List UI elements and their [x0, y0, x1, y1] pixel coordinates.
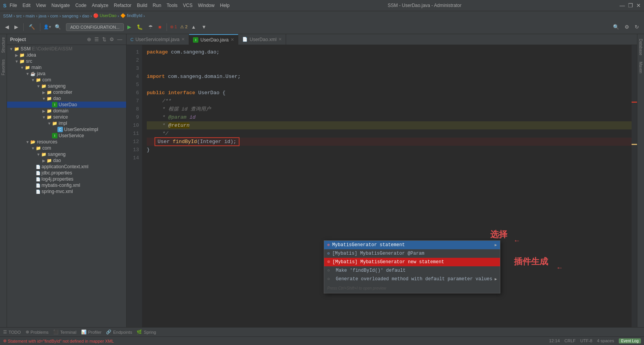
status-indent[interactable]: 4 spaces [597, 338, 614, 343]
structure-tab[interactable]: Structure [0, 34, 6, 56]
tree-item-springmvc[interactable]: ▶ 📄 spring-mvc.xml [7, 188, 126, 195]
menu-tools[interactable]: Tools [167, 3, 177, 8]
code-editor[interactable]: package com.sangeng.dao; import com.sang… [142, 45, 632, 327]
debug-button[interactable]: 🐛 [135, 23, 145, 31]
tree-item-userserviceimpl[interactable]: ▶ C UserServiceImpl [7, 126, 126, 133]
run-button[interactable]: ▶ [125, 23, 133, 31]
tree-item-mybatis[interactable]: ▶ 📄 mybatis-config.xml [7, 182, 126, 188]
breadcrumb-java[interactable]: java [38, 14, 46, 18]
menu-edit[interactable]: Edit [23, 3, 31, 8]
menu-view[interactable]: View [36, 3, 46, 8]
maven-tab[interactable]: Maven [638, 59, 644, 76]
project-tree[interactable]: ▼ 📁 SSM E:\Code\IDEA\SSM ▶ 📁 .idea ▼ 📁 s… [7, 45, 126, 327]
tree-item-userservice[interactable]: ▶ I UserService [7, 133, 126, 139]
tree-item-src[interactable]: ▼ 📁 src [7, 58, 126, 64]
tab-userdao-xml[interactable]: 📄 UserDao.xml ✕ [238, 34, 286, 45]
window-controls[interactable]: — ❐ ✕ [620, 2, 641, 9]
tree-item-java[interactable]: ▼ ☕ java [7, 71, 126, 77]
error-count[interactable]: ⊗ 1 [170, 24, 177, 29]
tree-item-log4j[interactable]: ▶ 📄 log4j.properties [7, 176, 126, 182]
tab-userserviceimpl-close[interactable]: ✕ [181, 37, 185, 42]
menu-bar[interactable]: File Edit View Navigate Code Analyze Ref… [10, 3, 230, 8]
menu-window[interactable]: Window [198, 3, 215, 8]
maximize-button[interactable]: ❐ [628, 2, 633, 9]
tree-item-jdbc[interactable]: ▶ 📄 jdbc.properties [7, 170, 126, 176]
back-button[interactable]: ◀ [3, 23, 11, 31]
profiler-btn[interactable]: 📊 Profiler [81, 329, 102, 335]
run-with-coverage[interactable]: ☂ [146, 23, 155, 31]
tab-userdao-close[interactable]: ✕ [231, 37, 234, 42]
tree-item-appctx[interactable]: ▶ 📄 applicationContext.xml [7, 164, 126, 170]
database-tab[interactable]: Database [638, 36, 644, 59]
search-button[interactable]: 🔍 [611, 23, 621, 31]
ac-item-make-default[interactable]: ○ Make 'findById()' default [324, 266, 500, 275]
breadcrumb-main[interactable]: main [26, 14, 35, 18]
forward-button[interactable]: ▶ [12, 23, 20, 31]
build-button[interactable]: 🔨 [27, 23, 37, 31]
tree-item-service[interactable]: ▼ 📁 service [7, 114, 126, 120]
settings-button[interactable]: ⚙ [623, 23, 631, 31]
menu-navigate[interactable]: Navigate [52, 3, 70, 8]
scroll-errors-down[interactable]: ▼ [200, 23, 208, 31]
tab-xml-close[interactable]: ✕ [278, 37, 282, 42]
tree-item-resources[interactable]: ▼ 📂 resources [7, 139, 126, 145]
tree-item-main[interactable]: ▼ 📁 main [7, 64, 126, 71]
warning-count[interactable]: ⚠ 2 [180, 24, 187, 29]
tree-item-res-com[interactable]: ▼ 📁 com [7, 145, 126, 151]
inspect-button[interactable]: 🔍 [53, 23, 63, 31]
tab-userserviceimpl[interactable]: C UserServiceImpl.java ✕ [127, 34, 189, 45]
spring-btn[interactable]: 🌿 Spring [137, 329, 156, 335]
breadcrumb-findbyid[interactable]: 🔶 findById [120, 13, 142, 18]
profile-dropdown[interactable]: 👤▾ [43, 24, 51, 29]
tree-item-impl[interactable]: ▼ 📁 impl [7, 120, 126, 126]
scroll-errors-up[interactable]: ▲ [189, 23, 198, 31]
add-configuration-button[interactable]: ADD CONFIGURATION... [66, 23, 124, 31]
panel-settings-btn[interactable]: ⚙ [109, 36, 115, 43]
event-log-button[interactable]: Event Log [619, 338, 641, 343]
breadcrumb-ssm[interactable]: SSM [3, 14, 12, 18]
menu-build[interactable]: Build [137, 3, 148, 8]
menu-file[interactable]: File [10, 3, 17, 8]
minimize-button[interactable]: — [620, 2, 625, 9]
menu-vcs[interactable]: VCS [183, 3, 193, 8]
tree-item-idea[interactable]: ▶ 📁 .idea [7, 52, 126, 58]
panel-collapse-btn[interactable]: ☰ [94, 36, 100, 43]
menu-run[interactable]: Run [153, 3, 161, 8]
breadcrumb-sangeng[interactable]: sangeng [62, 14, 78, 18]
panel-sort-btn[interactable]: ⇅ [101, 36, 107, 43]
ac-item-mybatisgenerator-statement[interactable]: ⊕ MybatisGenerator statement ▶ [324, 241, 500, 249]
status-line-ending[interactable]: CRLF [564, 338, 576, 343]
menu-analyze[interactable]: Analyze [92, 3, 109, 8]
panel-scope-btn[interactable]: ⊕ [86, 36, 92, 43]
tree-item-domain[interactable]: ▶ 📁 domain [7, 108, 126, 114]
favorites-tab[interactable]: Favorites [0, 56, 6, 78]
terminal-btn[interactable]: ⬛ Terminal [53, 329, 76, 335]
breadcrumb-src[interactable]: src [16, 14, 22, 18]
breadcrumb-dao[interactable]: dao [82, 14, 89, 18]
ac-item-mybatis-param[interactable]: ⊙ [Mybatis] MybatisGenerator @Param [324, 249, 500, 258]
tree-item-userdao[interactable]: ▶ I UserDao [7, 102, 126, 108]
problems-btn[interactable]: ⊗ Problems [26, 329, 49, 335]
endpoints-btn[interactable]: 🔗 Endpoints [106, 329, 132, 335]
tree-item-dao[interactable]: ▼ 📁 dao [7, 95, 126, 102]
tree-item-res-sangeng[interactable]: ▼ 📁 sangeng [7, 151, 126, 157]
status-encoding[interactable]: UTF-8 [580, 338, 592, 343]
breadcrumb-com[interactable]: com [50, 14, 58, 18]
menu-help[interactable]: Help [220, 3, 230, 8]
update-button[interactable]: ↻ [633, 23, 641, 31]
panel-tools[interactable]: ⊕ ☰ ⇅ ⚙ — [86, 36, 123, 43]
tree-item-ssm[interactable]: ▼ 📁 SSM E:\Code\IDEA\SSM [7, 46, 126, 52]
panel-close-btn[interactable]: — [116, 36, 123, 43]
menu-refactor[interactable]: Refactor [114, 3, 131, 8]
ac-item-generate-overloaded[interactable]: ○ Generate overloaded method with defaul… [324, 275, 500, 283]
tree-item-com[interactable]: ▼ 📁 com [7, 77, 126, 83]
close-button[interactable]: ✕ [636, 2, 641, 9]
todo-btn[interactable]: ☰ TODO [3, 329, 21, 335]
stop-button[interactable]: ■ [156, 23, 163, 31]
tree-item-sangeng[interactable]: ▼ 📁 sangeng [7, 83, 126, 89]
tab-userdao[interactable]: I UserDao.java ✕ [189, 34, 238, 45]
tree-item-controller[interactable]: ▶ 📁 controller [7, 89, 126, 95]
menu-code[interactable]: Code [75, 3, 87, 8]
status-position[interactable]: 12:14 [549, 338, 560, 343]
breadcrumb-userdao[interactable]: 🔴 UserDao [93, 13, 116, 18]
